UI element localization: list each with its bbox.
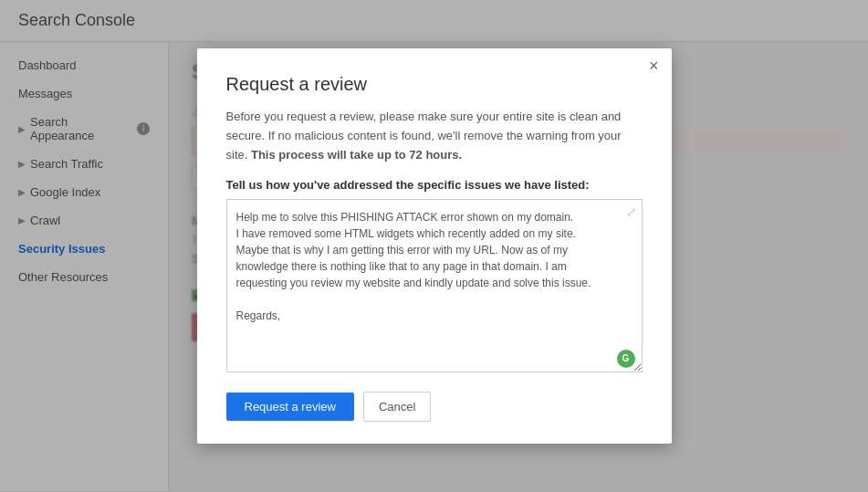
submit-review-button[interactable]: Request a review (226, 393, 354, 421)
textarea-wrapper: ⤢ G (226, 199, 643, 375)
modal-actions: Request a review Cancel (226, 392, 643, 422)
resize-handle-icon: ⤢ (626, 204, 637, 219)
modal-overlay: × Request a review Before you request a … (0, 0, 868, 492)
modal-close-button[interactable]: × (649, 58, 659, 74)
modal-dialog: × Request a review Before you request a … (197, 48, 672, 443)
grammarly-icon: G (617, 350, 635, 368)
modal-title: Request a review (226, 74, 643, 95)
textarea-label: Tell us how you've addressed the specifi… (226, 178, 643, 192)
cancel-button[interactable]: Cancel (363, 392, 431, 422)
review-textarea[interactable] (226, 199, 643, 372)
modal-desc-text-2: This process will take up to 72 hours. (251, 148, 462, 162)
modal-description: Before you request a review, please make… (226, 108, 643, 164)
